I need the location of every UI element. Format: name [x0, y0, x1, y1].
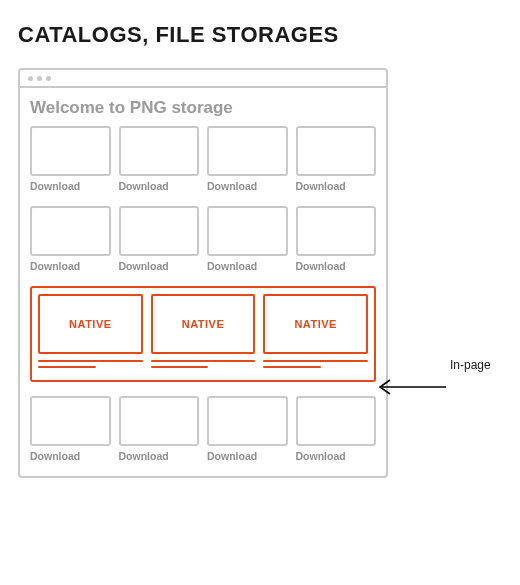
download-link[interactable]: Download [296, 450, 377, 462]
thumbnail-placeholder [30, 396, 111, 446]
file-card: Download [207, 396, 288, 462]
native-text-lines [151, 360, 256, 368]
download-link[interactable]: Download [30, 450, 111, 462]
native-text-lines [38, 360, 143, 368]
annotation-label: In-page [450, 358, 491, 372]
download-link[interactable]: Download [30, 260, 111, 272]
native-ad-box[interactable]: NATIVE [38, 294, 143, 354]
file-card: Download [30, 126, 111, 192]
file-card: Download [119, 126, 200, 192]
file-card: Download [207, 126, 288, 192]
text-line-placeholder [151, 366, 209, 368]
native-ad-card: NATIVE [263, 294, 368, 372]
card-row: Download Download Download Download [30, 126, 376, 192]
thumbnail-placeholder [296, 206, 377, 256]
text-line-placeholder [38, 366, 96, 368]
file-card: Download [207, 206, 288, 272]
file-card: Download [30, 396, 111, 462]
traffic-light-icon [37, 76, 42, 81]
thumbnail-placeholder [119, 126, 200, 176]
arrow-left-icon [376, 372, 516, 402]
file-card: Download [119, 396, 200, 462]
browser-chrome [20, 70, 386, 88]
download-link[interactable]: Download [119, 260, 200, 272]
file-card: Download [296, 126, 377, 192]
text-line-placeholder [38, 360, 143, 362]
browser-window: Welcome to PNG storage Download Download… [18, 68, 388, 478]
card-row: Download Download Download Download [30, 206, 376, 272]
thumbnail-placeholder [30, 206, 111, 256]
download-link[interactable]: Download [30, 180, 111, 192]
card-row: Download Download Download Download [30, 396, 376, 462]
native-ad-box[interactable]: NATIVE [151, 294, 256, 354]
thumbnail-placeholder [119, 396, 200, 446]
download-link[interactable]: Download [207, 180, 288, 192]
thumbnail-placeholder [296, 126, 377, 176]
file-card: Download [30, 206, 111, 272]
thumbnail-placeholder [296, 396, 377, 446]
annotation: In-page [376, 372, 516, 402]
thumbnail-placeholder [119, 206, 200, 256]
section-heading: CATALOGS, FILE STORAGES [18, 22, 502, 48]
page-body: Welcome to PNG storage Download Download… [20, 88, 386, 476]
file-card: Download [119, 206, 200, 272]
download-link[interactable]: Download [207, 260, 288, 272]
download-link[interactable]: Download [119, 450, 200, 462]
thumbnail-placeholder [207, 206, 288, 256]
native-ad-box[interactable]: NATIVE [263, 294, 368, 354]
text-line-placeholder [263, 366, 321, 368]
text-line-placeholder [263, 360, 368, 362]
native-ad-card: NATIVE [151, 294, 256, 372]
page-title: Welcome to PNG storage [30, 98, 376, 118]
thumbnail-placeholder [207, 126, 288, 176]
file-card: Download [296, 396, 377, 462]
download-link[interactable]: Download [119, 180, 200, 192]
thumbnail-placeholder [207, 396, 288, 446]
download-link[interactable]: Download [296, 260, 377, 272]
traffic-light-icon [46, 76, 51, 81]
native-text-lines [263, 360, 368, 368]
thumbnail-placeholder [30, 126, 111, 176]
text-line-placeholder [151, 360, 256, 362]
download-link[interactable]: Download [296, 180, 377, 192]
file-card: Download [296, 206, 377, 272]
traffic-light-icon [28, 76, 33, 81]
native-ad-card: NATIVE [38, 294, 143, 372]
native-ad-group: NATIVE NATIVE NATIVE [30, 286, 376, 382]
download-link[interactable]: Download [207, 450, 288, 462]
diagram-stage: Welcome to PNG storage Download Download… [18, 68, 502, 478]
